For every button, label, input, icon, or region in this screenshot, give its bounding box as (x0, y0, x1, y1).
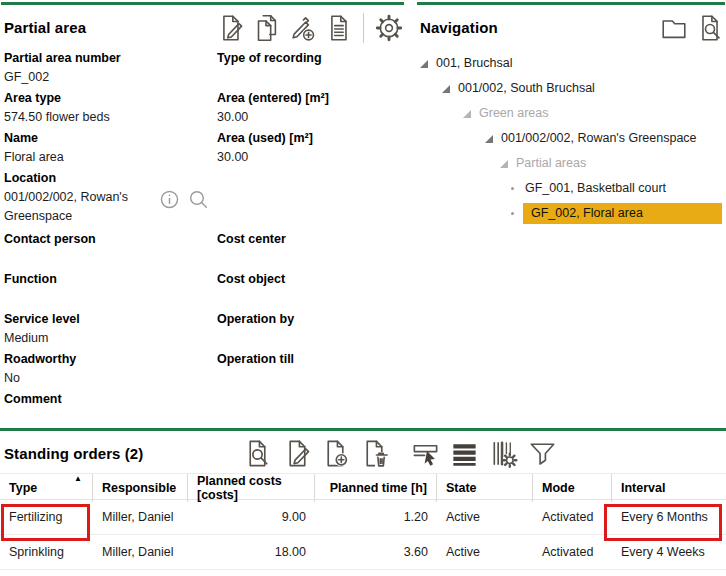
column-header-responsible[interactable]: Responsible (93, 474, 188, 502)
standing-orders-panel: Standing orders (2) (0, 428, 726, 570)
field-label: Operation till (217, 349, 396, 369)
search-icon[interactable] (188, 189, 209, 210)
tree-node-green-areas[interactable]: Green areas (417, 101, 725, 126)
expand-arrow-icon[interactable] (500, 160, 508, 168)
cell-planned-time: 1.20 (315, 510, 437, 524)
cell-mode: Activated (533, 510, 612, 524)
standing-orders-header: Standing orders (2) (0, 431, 726, 473)
cell-planned-time: 3.60 (315, 545, 437, 559)
edit-icon[interactable] (215, 13, 245, 43)
partial-area-panel: Partial area Pa (1, 2, 404, 426)
column-settings-icon[interactable] (488, 438, 519, 469)
field-label: Name (4, 128, 209, 148)
cell-type: Fertilizing (0, 510, 93, 524)
tree-node-gf001[interactable]: GF_001, Basketball court (417, 176, 725, 201)
preview-icon[interactable] (242, 438, 273, 469)
expand-arrow-icon[interactable] (463, 110, 471, 118)
info-icon[interactable] (159, 189, 180, 210)
tree-node-label: 001, Bruchsal (434, 53, 518, 74)
column-label: Mode (542, 481, 575, 495)
column-label: Planned time [h] (330, 481, 427, 495)
expand-arrow-icon[interactable] (442, 85, 450, 93)
standing-orders-toolbar (242, 438, 558, 469)
tree-node-label: Green areas (477, 103, 554, 124)
cell-responsible: Miller, Daniel (93, 510, 188, 524)
preview-icon[interactable] (695, 13, 725, 43)
bullet-icon (511, 187, 514, 190)
standing-orders-title: Standing orders (2) (4, 445, 242, 462)
select-rows-icon[interactable] (410, 438, 441, 469)
field-label: Operation by (217, 309, 396, 329)
tree-node-rowans-greenspace[interactable]: 001/002/002, Rowan's Greenspace (417, 126, 725, 151)
folder-icon[interactable] (659, 13, 689, 43)
column-header-type[interactable]: Type▲ (0, 474, 93, 502)
column-header-planned-time[interactable]: Planned time [h] (315, 474, 437, 502)
field-value: Floral area (4, 148, 209, 167)
column-header-mode[interactable]: Mode (533, 474, 612, 502)
cell-mode: Activated (533, 545, 612, 559)
edit-icon[interactable] (281, 438, 312, 469)
add-icon[interactable] (320, 438, 351, 469)
sort-asc-icon: ▲ (74, 474, 82, 484)
tree-node-label: Partial areas (514, 153, 592, 174)
list-view-icon[interactable] (449, 438, 480, 469)
delete-icon[interactable] (359, 438, 390, 469)
tree-node-label: GF_001, Basketball court (523, 178, 672, 199)
field-label: Type of recording (217, 48, 396, 68)
tree-node-gf002-selected[interactable]: GF_002, Floral area (417, 201, 725, 226)
column-label: State (446, 481, 477, 495)
column-label: Planned costs [costs] (197, 474, 305, 502)
navigation-panel: Navigation 001, Bruchsal 001/002, South … (417, 2, 725, 426)
column-header-planned-costs[interactable]: Planned costs [costs] (188, 474, 315, 502)
standing-orders-table: Type▲ Responsible Planned costs [costs] … (0, 473, 726, 570)
cell-type: Sprinkling (0, 545, 93, 559)
draw-add-icon[interactable] (287, 13, 317, 43)
table-row-sprinkling[interactable]: Sprinkling Miller, Daniel 18.00 3.60 Act… (0, 535, 726, 570)
filter-icon[interactable] (527, 438, 558, 469)
app-window: Partial area Pa (0, 0, 726, 576)
field-label: Comment (4, 389, 209, 409)
toolbar-divider (363, 13, 364, 43)
cell-planned-costs: 9.00 (188, 510, 315, 524)
cell-state: Active (437, 545, 533, 559)
field-label: Area (entered) [m²] (217, 88, 396, 108)
field-value: No (4, 369, 209, 388)
field-label: Cost center (217, 229, 396, 249)
field-label: Area (used) [m²] (217, 128, 396, 148)
partial-area-fields: Partial area numberGF_002 Type of record… (1, 48, 404, 415)
tree-node-label: GF_002, Floral area (523, 203, 722, 224)
expand-arrow-icon[interactable] (485, 135, 493, 143)
report-icon[interactable] (323, 13, 353, 43)
navigation-header: Navigation (417, 5, 725, 48)
tree-node-south-bruchsal[interactable]: 001/002, South Bruchsal (417, 76, 725, 101)
column-header-state[interactable]: State (437, 474, 533, 502)
navigation-tree: 001, Bruchsal 001/002, South Bruchsal Gr… (417, 51, 725, 226)
copy-icon[interactable] (251, 13, 281, 43)
field-value: Medium (4, 329, 209, 348)
column-header-interval[interactable]: Interval (612, 474, 726, 502)
field-value: 574.50 flower beds (4, 108, 209, 127)
expand-arrow-icon[interactable] (420, 60, 428, 68)
column-label: Responsible (102, 481, 176, 495)
cell-interval: Every 4 Weeks (612, 545, 726, 559)
tree-node-partial-areas[interactable]: Partial areas (417, 151, 725, 176)
tree-node-label: 001/002, South Bruchsal (456, 78, 601, 99)
field-value: 30.00 (217, 148, 396, 167)
column-label: Type (9, 481, 37, 495)
field-label: Partial area number (4, 48, 209, 68)
cell-planned-costs: 18.00 (188, 545, 315, 559)
bullet-icon (511, 212, 514, 215)
tree-node-bruchsal[interactable]: 001, Bruchsal (417, 51, 725, 76)
table-row-fertilizing[interactable]: Fertilizing Miller, Daniel 9.00 1.20 Act… (0, 500, 726, 535)
column-label: Interval (621, 481, 665, 495)
field-label: Roadworthy (4, 349, 209, 369)
field-label: Service level (4, 309, 209, 329)
partial-area-toolbar (215, 13, 404, 43)
field-value: GF_002 (4, 68, 209, 87)
settings-gear-icon[interactable] (374, 13, 404, 43)
field-label: Function (4, 269, 209, 289)
field-value: 30.00 (217, 108, 396, 127)
field-label: Contact person (4, 229, 209, 249)
partial-area-title: Partial area (4, 19, 86, 36)
cell-interval: Every 6 Months (612, 510, 726, 524)
